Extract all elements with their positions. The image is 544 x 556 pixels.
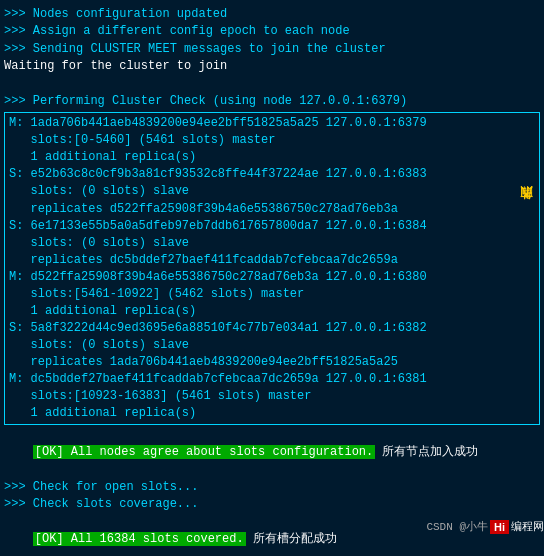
line-2: >>> Assign a different config epoch to e…	[4, 23, 540, 40]
box-line-14: replicates 1ada706b441aeb4839200e94ee2bf…	[9, 354, 535, 371]
ok-agree-extra: 所有节点加入成功	[375, 445, 478, 459]
box-line-11: 1 additional replica(s)	[9, 303, 535, 320]
node-info-box: M: 1ada706b441aeb4839200e94ee2bff51825a5…	[4, 112, 540, 425]
ok-slots-extra: 所有槽分配成功	[246, 532, 337, 546]
box-line-12: S: 5a8f3222d44c9ed3695e6a88510f4c77b7e03…	[9, 320, 535, 337]
box-line-7: slots: (0 slots) slave	[9, 235, 535, 252]
ok-slots-text: [OK] All 16384 slots covered.	[33, 532, 246, 546]
box-line-9: M: d522ffa25908f39b4a6e55386750c278ad76e…	[9, 269, 535, 286]
box-line-8: replicates dc5bddef27baef411fcaddab7cfeb…	[9, 252, 535, 269]
watermark-csdn: CSDN @小牛	[426, 519, 488, 534]
box-line-3: S: e52b63c8c0cf9b3a81cf93532c8ffe44f3722…	[9, 166, 535, 183]
box-line-1: slots:[0-5460] (5461 slots) master	[9, 132, 535, 149]
line-performing: >>> Performing Cluster Check (using node…	[4, 93, 540, 110]
box-line-16: slots:[10923-16383] (5461 slots) master	[9, 388, 535, 405]
box-line-13: slots: (0 slots) slave	[9, 337, 535, 354]
line-blank	[4, 76, 540, 93]
watermark: CSDN @小牛 Hi 编程网	[426, 519, 544, 534]
box-line-17: 1 additional replica(s)	[9, 405, 535, 422]
ok-agree-text: [OK] All nodes agree about slots configu…	[33, 445, 375, 459]
box-line-15: M: dc5bddef27baef411fcaddab7cfebcaa7dc26…	[9, 371, 535, 388]
box-line-4: slots: (0 slots) slave	[9, 183, 535, 200]
box-line-10: slots:[5461-10922] (5462 slots) master	[9, 286, 535, 303]
line-1: >>> Nodes configuration updated	[4, 6, 540, 23]
box-line-6: S: 6e17133e55b5a0a5dfeb97eb7ddb617657800…	[9, 218, 535, 235]
watermark-site: 编程网	[511, 519, 544, 534]
box-line-2: 1 additional replica(s)	[9, 149, 535, 166]
box-line-5: replicates d522ffa25908f39b4a6e55386750c…	[9, 201, 535, 218]
terminal-window: >>> Nodes configuration updated >>> Assi…	[0, 0, 544, 556]
ok-agree-line: [OK] All nodes agree about slots configu…	[4, 427, 540, 479]
check-open-slots: >>> Check for open slots...	[4, 479, 540, 496]
line-4: Waiting for the cluster to join	[4, 58, 540, 75]
check-slots-coverage: >>> Check slots coverage...	[4, 496, 540, 513]
box-line-0: M: 1ada706b441aeb4839200e94ee2bff51825a5…	[9, 115, 535, 132]
line-3: >>> Sending CLUSTER MEET messages to joi…	[4, 41, 540, 58]
watermark-logo: Hi	[490, 520, 509, 534]
